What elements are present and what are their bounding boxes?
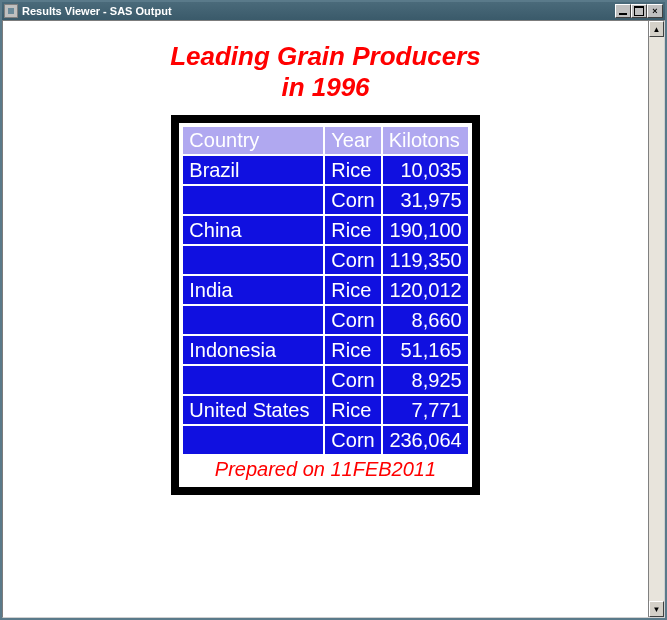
cell-country [183,306,323,334]
cell-country [183,246,323,274]
table-row: Corn236,064 [183,426,467,454]
table-row: Corn31,975 [183,186,467,214]
header-row: Country Year Kilotons [183,127,467,154]
title-line-2: in 1996 [3,72,648,103]
table-row: United StatesRice7,771 [183,396,467,424]
col-country: Country [183,127,323,154]
cell-year: Corn [325,306,380,334]
cell-year: Rice [325,336,380,364]
table-row: IndiaRice120,012 [183,276,467,304]
cell-kilotons: 236,064 [383,426,468,454]
titlebar: Results Viewer - SAS Output × [2,2,665,20]
cell-kilotons: 7,771 [383,396,468,424]
col-kilotons: Kilotons [383,127,468,154]
table-row: IndonesiaRice51,165 [183,336,467,364]
table-row: ChinaRice190,100 [183,216,467,244]
maximize-button[interactable] [631,4,647,18]
cell-kilotons: 119,350 [383,246,468,274]
cell-kilotons: 120,012 [383,276,468,304]
cell-country: United States [183,396,323,424]
cell-year: Rice [325,276,380,304]
cell-country: China [183,216,323,244]
cell-year: Rice [325,156,380,184]
scroll-up-button[interactable]: ▲ [649,21,664,37]
cell-year: Corn [325,186,380,214]
table-row: Corn8,660 [183,306,467,334]
footer-text: Prepared on 11FEB2011 [183,456,467,483]
data-table: Country Year Kilotons BrazilRice10,035Co… [181,125,469,485]
cell-country [183,186,323,214]
cell-country [183,426,323,454]
table-row: Corn8,925 [183,366,467,394]
app-icon [4,4,18,18]
cell-year: Rice [325,396,380,424]
cell-kilotons: 10,035 [383,156,468,184]
content-area: Leading Grain Producers in 1996 Country … [2,20,665,618]
window-controls: × [615,4,663,18]
cell-kilotons: 31,975 [383,186,468,214]
cell-year: Corn [325,246,380,274]
cell-kilotons: 8,660 [383,306,468,334]
report-title: Leading Grain Producers in 1996 [3,41,648,103]
table-row: BrazilRice10,035 [183,156,467,184]
minimize-button[interactable] [615,4,631,18]
window-title: Results Viewer - SAS Output [22,5,615,17]
window-frame: Results Viewer - SAS Output × Leading Gr… [0,0,667,620]
scroll-down-button[interactable]: ▼ [649,601,664,617]
table-body: BrazilRice10,035Corn31,975ChinaRice190,1… [183,156,467,454]
cell-year: Corn [325,366,380,394]
col-year: Year [325,127,380,154]
cell-country: Brazil [183,156,323,184]
title-line-1: Leading Grain Producers [170,41,481,71]
cell-kilotons: 190,100 [383,216,468,244]
cell-kilotons: 51,165 [383,336,468,364]
table-row: Corn119,350 [183,246,467,274]
scroll-track[interactable] [649,37,664,601]
vertical-scrollbar[interactable]: ▲ ▼ [648,21,664,617]
footer-row: Prepared on 11FEB2011 [183,456,467,483]
cell-country: India [183,276,323,304]
report-body: Leading Grain Producers in 1996 Country … [3,21,648,617]
table-frame: Country Year Kilotons BrazilRice10,035Co… [171,115,479,495]
cell-year: Corn [325,426,380,454]
cell-kilotons: 8,925 [383,366,468,394]
close-button[interactable]: × [647,4,663,18]
cell-country: Indonesia [183,336,323,364]
cell-year: Rice [325,216,380,244]
cell-country [183,366,323,394]
